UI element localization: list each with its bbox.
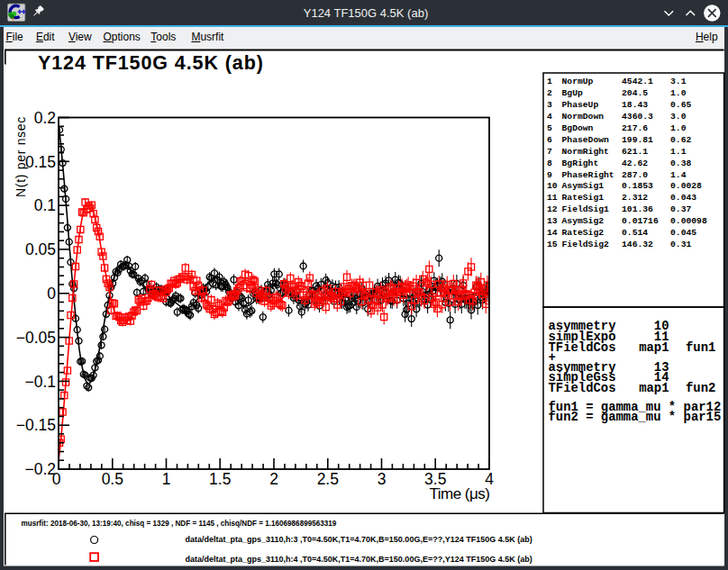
svg-text:1: 1 <box>162 470 171 488</box>
svg-text:1.5: 1.5 <box>209 470 231 488</box>
svg-text:data/deltat_pta_gps_3110,h:3 ,: data/deltat_pta_gps_3110,h:3 ,T0=4.50K,T… <box>186 535 532 544</box>
svg-text:3: 3 <box>378 470 387 488</box>
svg-text:0.15: 0.15 <box>25 153 56 171</box>
svg-text:0.1: 0.1 <box>34 196 56 214</box>
svg-text:0.5: 0.5 <box>102 470 123 488</box>
svg-text:−0.1: −0.1 <box>24 373 56 391</box>
svg-text:2.5: 2.5 <box>317 470 339 488</box>
svg-text:11RateSig12.3120.043: 11RateSig12.3120.043 <box>547 193 696 203</box>
svg-text:10AsymSig10.18530.0028: 10AsymSig10.18530.0028 <box>547 181 702 191</box>
svg-text:0: 0 <box>47 285 56 303</box>
svg-text:Y124 TF150G 4.5K (ab): Y124 TF150G 4.5K (ab) <box>38 52 264 74</box>
svg-text:data/deltat_pta_gps_3110,h:4 ,: data/deltat_pta_gps_3110,h:4 ,T0=4.50K,T… <box>186 555 532 564</box>
svg-text:musrfit: 2018-06-30, 13:19:40,: musrfit: 2018-06-30, 13:19:40, chisq = 1… <box>22 520 337 528</box>
svg-text:−0.15: −0.15 <box>16 416 56 434</box>
svg-text:Time (μs): Time (μs) <box>430 485 490 502</box>
svg-text:fun2 = gamma_mu * par15: fun2 = gamma_mu * par15 <box>549 410 722 424</box>
svg-text:0.2: 0.2 <box>34 109 56 127</box>
svg-text:14RateSig20.5140.045: 14RateSig20.5140.045 <box>547 228 696 238</box>
svg-text:−0.05: −0.05 <box>16 329 56 347</box>
svg-text:13AsymSig20.017160.00098: 13AsymSig20.017160.00098 <box>547 216 707 226</box>
svg-text:2: 2 <box>269 470 278 488</box>
svg-text:Y124 TF150G 4.5K (ab): Y124 TF150G 4.5K (ab) <box>304 6 429 20</box>
svg-text:0.05: 0.05 <box>25 240 56 258</box>
svg-text:N(t) per nsec: N(t) per nsec <box>14 116 28 197</box>
svg-text:0: 0 <box>52 470 61 488</box>
